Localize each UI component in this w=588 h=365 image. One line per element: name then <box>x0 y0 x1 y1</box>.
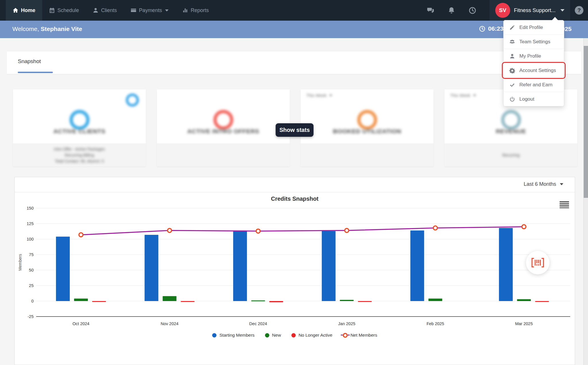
legend-new[interactable]: New <box>265 333 281 338</box>
clock-icon[interactable] <box>469 7 476 14</box>
tab-snapshot[interactable]: Snapshot <box>18 58 41 65</box>
menu-item-logout[interactable]: Logout <box>504 92 564 106</box>
footer-line: Intro Offer - Active Packages <box>54 147 105 151</box>
legend-net-members[interactable]: Net Members <box>343 333 377 338</box>
menu-item-label: Team Settings <box>519 39 550 45</box>
nav-item-clients[interactable]: Clients <box>86 0 124 21</box>
nav-item-label: Schedule <box>57 7 79 13</box>
top-navbar: HomeScheduleClientsPaymentsReports SV Fi… <box>0 0 588 21</box>
card-body: ACTIVE CLIENTS <box>13 89 146 143</box>
chevron-down-icon <box>560 183 563 185</box>
svg-text:-25: -25 <box>28 314 34 319</box>
bell-icon[interactable] <box>448 7 455 14</box>
menu-item-team-settings[interactable]: Team Settings <box>504 35 564 49</box>
home-icon <box>13 7 18 13</box>
menu-item-edit-profile[interactable]: Edit Profile <box>504 20 564 35</box>
stat-card-active-intro-offers: ACTIVE INTRO OFFERS <box>157 89 290 167</box>
chart-panel-header: Last 6 Months <box>15 177 575 192</box>
menu-item-refer-and-earn[interactable]: Refer and Earn <box>504 78 564 92</box>
card-body: This WeekBOOKED UTILIZATION <box>301 89 434 143</box>
legend-marker-dot <box>212 333 216 337</box>
welcome-text: Welcome, Stephanie Vite <box>12 26 82 32</box>
page-scrollbar-thumb[interactable] <box>584 46 588 198</box>
card-footer: Intro Offer - Active PackagesRecurring B… <box>13 143 146 167</box>
chevron-down-icon <box>560 9 564 11</box>
footer-line: Total Contact: 95, Alumni: 5 <box>55 159 104 163</box>
menu-item-label: My Profile <box>519 53 541 59</box>
power-icon <box>509 96 515 102</box>
legend-starting-members[interactable]: Starting Members <box>212 333 254 338</box>
svg-text:125: 125 <box>27 221 34 226</box>
person-icon <box>93 7 98 13</box>
legend-label: Starting Members <box>219 333 254 338</box>
nav-item-label: Home <box>21 7 35 13</box>
team-icon <box>509 39 515 45</box>
nav-items: HomeScheduleClientsPaymentsReports <box>6 0 216 21</box>
legend-marker-ring <box>343 333 348 338</box>
check-icon <box>509 82 515 88</box>
period-selector[interactable]: This Week <box>450 93 476 98</box>
donut-spinner <box>357 110 377 130</box>
dropdown-arrow <box>552 17 558 20</box>
navbar-right-icons <box>427 7 490 14</box>
credits-snapshot-panel: Last 6 Months Credits Snapshot 150125100… <box>14 177 575 365</box>
credits-snapshot-chart: 1501251007550250-25MembersOct 2024Nov 20… <box>15 192 575 327</box>
pencil-icon <box>509 25 515 30</box>
help-button[interactable]: ? <box>575 6 583 15</box>
legend-label: No Longer Active <box>299 333 332 338</box>
period-label: This Week <box>450 93 471 98</box>
svg-text:75: 75 <box>29 252 34 257</box>
card-settings-icon[interactable] <box>126 93 139 107</box>
donut-spinner <box>213 110 233 130</box>
welcome-name: Stephanie Vite <box>41 26 82 32</box>
chevron-down-icon <box>329 95 332 96</box>
stat-card-booked-utilization: This WeekBOOKED UTILIZATION <box>301 89 434 167</box>
nav-item-home[interactable]: Home <box>6 0 42 21</box>
nav-item-reports[interactable]: Reports <box>175 0 216 21</box>
menu-item-label: Account Settings <box>519 68 556 73</box>
date-range-selector[interactable]: Last 6 Months <box>524 181 563 187</box>
chevron-down-icon <box>473 95 476 96</box>
svg-text:Dec 2024: Dec 2024 <box>249 321 267 326</box>
checkin-scan-button[interactable] <box>526 251 550 274</box>
card-title: ACTIVE CLIENTS <box>13 128 146 135</box>
user-icon <box>509 53 515 59</box>
chevron-down-icon <box>165 9 169 11</box>
menu-item-label: Logout <box>519 96 534 102</box>
period-selector[interactable]: This Week <box>306 93 332 98</box>
nav-item-payments[interactable]: Payments <box>124 0 175 21</box>
calendar-icon <box>49 7 55 13</box>
card-title: ACTIVE INTRO OFFERS <box>157 128 290 135</box>
nav-item-label: Payments <box>139 7 162 13</box>
menu-item-account-settings[interactable]: Account Settings <box>504 63 564 78</box>
card-footer: Recurring <box>444 143 577 167</box>
footer-line: Recurring Billing <box>65 153 94 157</box>
donut-spinner <box>69 110 90 130</box>
menu-item-my-profile[interactable]: My Profile <box>504 49 564 63</box>
footer-line: Recurring <box>502 153 520 157</box>
card-body: ACTIVE INTRO OFFERS <box>157 89 290 143</box>
welcome-greeting: Welcome, <box>12 26 39 32</box>
navbar-right: SV Fitness Support... ? <box>427 0 588 21</box>
legend-no-longer-active[interactable]: No Longer Active <box>291 333 332 338</box>
avatar[interactable]: SV <box>495 3 510 18</box>
credit-card-icon <box>131 7 136 13</box>
user-name: Fitness Support... <box>514 7 556 13</box>
barcode-icon <box>531 258 544 268</box>
nav-item-schedule[interactable]: Schedule <box>42 0 86 21</box>
chart-legend: Starting MembersNewNo Longer ActiveNet M… <box>15 333 575 338</box>
legend-marker-dot <box>265 333 269 337</box>
chat-icon[interactable] <box>427 7 434 14</box>
clock-icon <box>479 26 486 32</box>
svg-text:100: 100 <box>27 237 34 241</box>
page-scrollbar-track[interactable] <box>583 38 588 365</box>
gear-icon <box>509 68 515 73</box>
svg-text:Oct 2024: Oct 2024 <box>73 321 90 326</box>
svg-text:Jan 2025: Jan 2025 <box>338 321 355 326</box>
svg-text:25: 25 <box>29 283 34 288</box>
menu-item-label: Refer and Earn <box>519 82 552 88</box>
menu-item-label: Edit Profile <box>519 25 543 30</box>
card-title: REVENUE <box>444 128 577 135</box>
date-range-label: Last 6 Months <box>524 181 556 187</box>
show-stats-button[interactable]: Show stats <box>276 123 314 137</box>
